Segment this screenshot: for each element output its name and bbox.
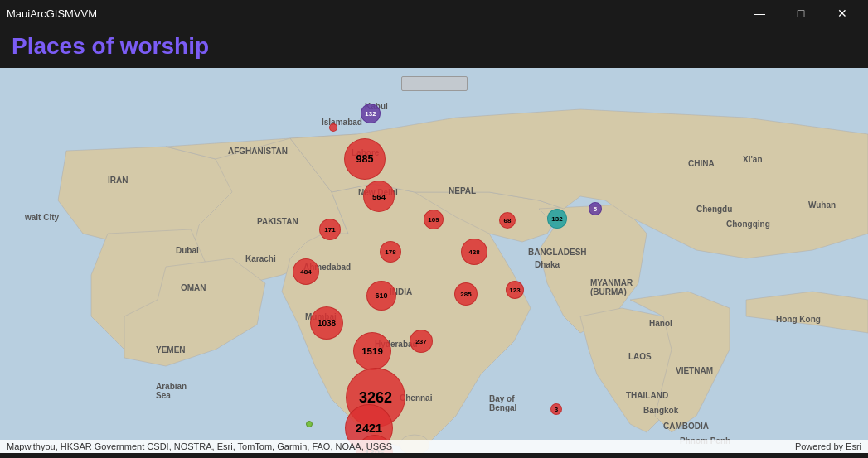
titlebar: MauiArcGISMVVM — □ ✕ <box>0 0 868 27</box>
search-bar[interactable] <box>401 76 468 91</box>
maximize-button[interactable]: □ <box>782 0 820 27</box>
point-p132t[interactable]: 132 <box>547 209 567 229</box>
map-background <box>0 68 868 453</box>
point-green1[interactable] <box>306 421 313 427</box>
point-p1519[interactable]: 1519 <box>353 332 391 370</box>
point-p109[interactable]: 109 <box>424 210 444 229</box>
point-p285[interactable]: 285 <box>454 282 478 306</box>
point-p123[interactable]: 123 <box>506 281 524 299</box>
app-title: MauiArcGISMVVM <box>7 7 97 20</box>
point-newdelhi[interactable]: 564 <box>363 181 395 212</box>
point-p178[interactable]: 178 <box>380 241 401 263</box>
point-lahore[interactable]: 985 <box>344 138 386 180</box>
point-p171[interactable]: 171 <box>319 219 341 240</box>
close-button[interactable]: ✕ <box>823 0 861 27</box>
point-p428[interactable]: 428 <box>461 239 487 265</box>
point-islamabad[interactable] <box>329 123 337 132</box>
point-p1038[interactable]: 1038 <box>310 306 343 340</box>
attribution-right: Powered by Esri <box>795 441 861 451</box>
attribution-left: Mapwithyou, HKSAR Government CSDI, NOSTR… <box>7 441 392 451</box>
point-p5[interactable]: 5 <box>589 202 602 215</box>
app-header: Places of worship <box>0 27 868 68</box>
point-p610[interactable]: 610 <box>366 281 396 311</box>
point-p3[interactable]: 3 <box>550 403 562 415</box>
page-title: Places of worship <box>12 33 856 60</box>
attribution-bar: Mapwithyou, HKSAR Government CSDI, NOSTR… <box>0 440 868 453</box>
map-container[interactable]: IRANAFGHANISTANKabulPAKISTANIslamabadLah… <box>0 68 868 453</box>
point-kabul[interactable]: 132 <box>361 104 381 123</box>
minimize-button[interactable]: — <box>740 0 778 27</box>
point-p237[interactable]: 237 <box>410 330 433 353</box>
point-p68[interactable]: 68 <box>499 212 516 229</box>
window-controls: — □ ✕ <box>740 0 861 27</box>
point-p484[interactable]: 484 <box>293 258 319 285</box>
